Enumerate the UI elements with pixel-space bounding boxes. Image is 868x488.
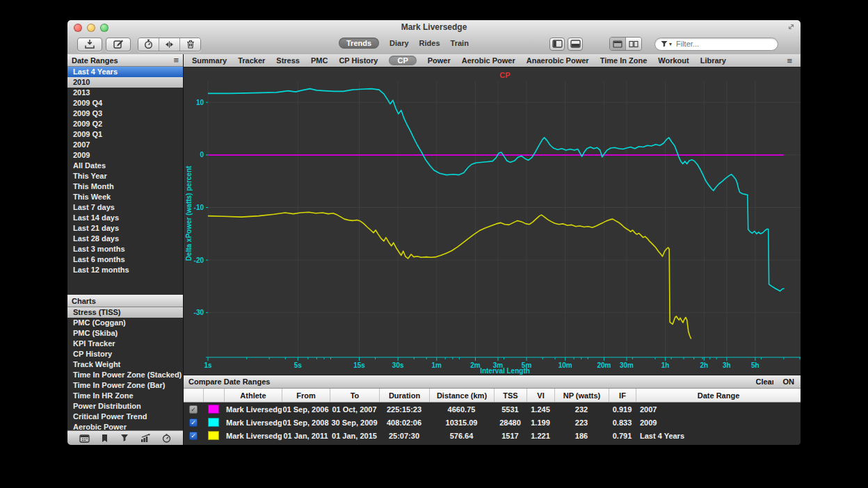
date-range-2009[interactable]: 2009 — [67, 150, 183, 161]
tab-stress[interactable]: Stress — [276, 56, 300, 65]
delete-button[interactable] — [179, 38, 200, 51]
column-header-if[interactable]: IF — [609, 389, 636, 402]
compare-on-toggle[interactable]: ON — [783, 377, 795, 386]
download-button[interactable] — [77, 38, 102, 51]
perspective-tab-trends[interactable]: Trends — [339, 38, 379, 49]
compare-row-2009[interactable]: ✓Mark Liversedge01 Sep, 200830 Sep, 2009… — [184, 416, 801, 429]
toggle-sidebar-button[interactable] — [549, 38, 565, 51]
single-view-button[interactable] — [610, 38, 625, 50]
chart-item-kpi-tracker[interactable]: KPI Tracker — [67, 339, 183, 349]
tab-aerobic-power[interactable]: Aerobic Power — [462, 56, 515, 65]
tab-cp[interactable]: CP — [389, 56, 416, 65]
filter-input[interactable] — [675, 39, 761, 49]
tab-power[interactable]: Power — [428, 56, 451, 65]
date-range-last-14-days[interactable]: Last 14 days — [67, 213, 183, 223]
svg-text:1h: 1h — [661, 361, 670, 369]
row-checkbox[interactable]: ✓ — [189, 418, 198, 427]
tab-tracker[interactable]: Tracker — [238, 56, 265, 65]
compare-row-last-4-years[interactable]: ✓Mark Liversedge01 Jan, 201101 Jan, 2015… — [184, 429, 801, 442]
row-checkbox[interactable]: ✓ — [189, 405, 198, 414]
date-range-last-28-days[interactable]: Last 28 days — [67, 234, 183, 244]
date-range-last-7-days[interactable]: Last 7 days — [67, 202, 183, 213]
toggle-bottom-panel-button[interactable] — [568, 38, 583, 51]
svg-text:0: 0 — [200, 151, 204, 158]
trash-icon — [186, 39, 195, 49]
column-header-athlete[interactable]: Athlete — [224, 389, 282, 402]
compare-row-2007[interactable]: ✓Mark Liversedge01 Sep, 200601 Oct, 2007… — [184, 402, 801, 416]
date-range-2009-q1[interactable]: 2009 Q1 — [67, 129, 183, 140]
column-header-date-range[interactable]: Date Range — [636, 389, 801, 402]
perspective-tab-rides[interactable]: Rides — [419, 39, 440, 47]
edit-button[interactable] — [106, 38, 131, 51]
tab-workout[interactable]: Workout — [658, 56, 689, 65]
column-header-to[interactable]: To — [330, 389, 379, 402]
zoom-button[interactable] — [100, 24, 108, 32]
column-header-np-watts[interactable]: NP (watts) — [554, 389, 609, 402]
funnel-icon[interactable] — [120, 434, 129, 442]
date-range-2009-q3[interactable]: 2009 Q3 — [67, 108, 183, 119]
chart-item-time-in-power-zone-stacked[interactable]: Time In Power Zone (Stacked) — [67, 370, 183, 380]
date-range-this-week[interactable]: This Week — [67, 192, 183, 202]
date-range-last-21-days[interactable]: Last 21 days — [67, 223, 183, 234]
date-range-2009-q2[interactable]: 2009 Q2 — [67, 119, 183, 129]
tiled-view-button[interactable] — [625, 38, 641, 50]
split-button[interactable] — [159, 38, 179, 51]
column-header-from[interactable]: From — [282, 389, 330, 402]
date-range-last-4-years[interactable]: Last 4 Years — [67, 67, 183, 77]
fullscreen-icon[interactable] — [787, 23, 795, 31]
clear-button[interactable]: Clear — [756, 377, 773, 386]
chart-item-time-in-power-zone-bar[interactable]: Time In Power Zone (Bar) — [67, 380, 183, 391]
date-range-last-6-months[interactable]: Last 6 months — [67, 254, 183, 265]
column-header-col1[interactable] — [203, 389, 224, 402]
cell-range: 2009 — [636, 418, 801, 427]
chart-item-time-in-hr-zone[interactable]: Time In HR Zone — [67, 391, 183, 401]
compare-header: Compare Date Ranges Clear ON — [184, 375, 801, 389]
chart-item-track-weight[interactable]: Track Weight — [67, 359, 183, 370]
chart-item-cp-history[interactable]: CP History — [67, 349, 183, 359]
perspective-tab-train[interactable]: Train — [451, 39, 469, 47]
cell-from: 01 Sep, 2008 — [282, 418, 330, 427]
date-range-last-12-months[interactable]: Last 12 months — [67, 265, 183, 275]
tab-summary[interactable]: Summary — [192, 56, 227, 65]
chart-item-power-distribution[interactable]: Power Distribution — [67, 401, 183, 412]
date-range-2007[interactable]: 2007 — [67, 140, 183, 150]
close-button[interactable] — [74, 24, 82, 32]
chart-menu-icon[interactable]: ≡ — [787, 56, 792, 66]
perspective-tab-diary[interactable]: Diary — [389, 39, 409, 47]
chart-item-stress-tiss[interactable]: Stress (TISS) — [67, 307, 183, 318]
minimize-button[interactable] — [87, 24, 95, 32]
svg-text:1s: 1s — [204, 361, 212, 369]
tab-anaerobic-power[interactable]: Anaerobic Power — [527, 56, 589, 65]
chart-item-pmc-coggan[interactable]: PMC (Coggan) — [67, 318, 183, 328]
stopwatch-button[interactable] — [138, 38, 159, 51]
date-range-this-month[interactable]: This Month — [67, 181, 183, 192]
date-ranges-menu-icon[interactable]: ≡ — [173, 57, 179, 64]
chart-trend-icon[interactable] — [140, 434, 151, 442]
date-range-2009-q4[interactable]: 2009 Q4 — [67, 98, 183, 108]
date-range-this-year[interactable]: This Year — [67, 171, 183, 181]
tab-pmc[interactable]: PMC — [311, 56, 328, 65]
row-checkbox[interactable]: ✓ — [189, 432, 198, 440]
column-header-distance-km[interactable]: Distance (km) — [429, 389, 494, 402]
column-header-vi[interactable]: VI — [527, 389, 554, 402]
chart-item-pmc-skiba[interactable]: PMC (Skiba) — [67, 328, 183, 339]
date-range-last-3-months[interactable]: Last 3 months — [67, 244, 183, 254]
date-range-all-dates[interactable]: All Dates — [67, 161, 183, 171]
date-range-2013[interactable]: 2013 — [67, 88, 183, 98]
calendar-icon[interactable] — [79, 434, 90, 443]
chart-item-aerobic-power[interactable]: Aerobic Power — [67, 422, 183, 430]
filter-field[interactable]: ▾ — [654, 38, 778, 51]
bookmark-icon[interactable] — [101, 434, 108, 443]
tab-time-in-zone[interactable]: Time In Zone — [600, 56, 648, 65]
tab-cp-history[interactable]: CP History — [339, 56, 378, 65]
download-icon — [84, 39, 95, 49]
date-range-2010[interactable]: 2010 — [67, 77, 183, 88]
chart-item-critical-power-trend[interactable]: Critical Power Trend — [67, 412, 183, 422]
svg-text:5h: 5h — [751, 361, 760, 369]
column-header-col0[interactable] — [184, 389, 203, 402]
column-header-duration[interactable]: Duration — [379, 389, 429, 402]
tab-library[interactable]: Library — [700, 56, 726, 65]
gauge-icon[interactable] — [162, 434, 171, 443]
column-header-tss[interactable]: TSS — [494, 389, 527, 402]
cell-tss: 28480 — [494, 418, 527, 427]
